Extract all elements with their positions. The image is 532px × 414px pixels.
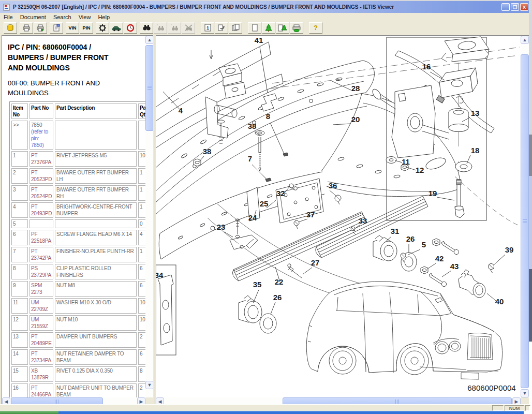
status-num: NUM [505, 405, 524, 411]
menu-help[interactable]: Help [94, 13, 113, 21]
leader-line [333, 124, 351, 125]
callout-34[interactable]: 34 [156, 271, 164, 279]
first-page-button[interactable]: 1 [201, 22, 214, 34]
parts-vscrollbar[interactable]: ▲ ▼ [145, 36, 154, 397]
callout-23[interactable]: 23 [217, 223, 226, 231]
parts-scroll-up[interactable]: ▲ [145, 36, 154, 44]
callout-16[interactable]: 16 [422, 62, 431, 71]
settings-button[interactable] [96, 22, 109, 34]
diagram-vscroll-thumb[interactable] [521, 54, 529, 388]
part-row[interactable]: 11UM 22709ZWASHER M10 X 30 O/D10 [11, 298, 145, 314]
callout-38[interactable]: 38 [248, 122, 257, 130]
callout-22[interactable]: 22 [275, 277, 284, 286]
callout-18[interactable]: 18 [471, 146, 480, 155]
part-row[interactable]: 14PT 23734PANUT RETAINER DAMPER TO BEAM6 [11, 349, 145, 365]
leader-line [253, 290, 259, 303]
window-title: P 32150QH 06-2007 [English] / IPC / PIN:… [13, 4, 500, 10]
menu-view[interactable]: View [75, 13, 95, 21]
callout-36[interactable]: 36 [329, 181, 337, 190]
callout-38[interactable]: 38 [203, 147, 212, 156]
panel-splitter[interactable] [153, 35, 155, 405]
vehicle-button[interactable] [110, 22, 123, 34]
menu-search[interactable]: Search [50, 13, 75, 21]
status-cell-1 [492, 405, 504, 411]
print-button[interactable] [20, 22, 33, 34]
callout-13[interactable]: 13 [471, 109, 480, 117]
part-row[interactable]: 7PT 23742PAFINISHER-NO.PLATE PLINTH-RR1 [11, 247, 145, 262]
diagram-scroll-down[interactable]: ▼ [521, 389, 529, 397]
callout-37[interactable]: 37 [306, 210, 315, 219]
callout-35[interactable]: 35 [253, 280, 262, 289]
part-row[interactable]: >>7850 (refer to pin: 7850) [11, 121, 145, 150]
print-current-button[interactable] [290, 22, 303, 34]
callout-41[interactable]: 41 [255, 36, 263, 45]
callout-4[interactable]: 4 [179, 106, 183, 115]
vin-button[interactable]: VIN [66, 22, 79, 34]
part-row[interactable]: 3PT 20524PDB/WARE OUTER FRT BUMPER RH1 [11, 185, 145, 201]
pages-button[interactable] [229, 22, 242, 34]
properties-icon [52, 24, 61, 32]
app-icon [3, 4, 10, 11]
page-toc-button[interactable] [276, 22, 289, 34]
menu-file[interactable]: File [0, 13, 17, 21]
part-row[interactable]: 4PT 20493PDBRIGHTWORK-CENTRE-FRONT BUMPE… [11, 202, 145, 218]
menu-document[interactable]: Document [17, 13, 50, 21]
find-button[interactable] [140, 22, 153, 34]
callout-7[interactable]: 7 [248, 154, 252, 163]
callout-25[interactable]: 25 [260, 199, 269, 208]
properties-button[interactable] [50, 22, 63, 34]
help-button[interactable]: ? [309, 22, 322, 34]
part-row[interactable]: 15XB 13879RRIVET 0.125 DIA X 0.3508 [11, 366, 145, 382]
part-row[interactable]: 1PT 27376PARIVET JETPRESS M510 [11, 151, 145, 167]
callout-31[interactable]: 31 [391, 227, 400, 235]
find-next-button[interactable]: ' [154, 22, 167, 34]
part-row[interactable]: 12UM 21559ZNUT M1010 [11, 315, 145, 331]
diagram-scroll-up[interactable]: ▲ [521, 36, 529, 44]
pin-link[interactable]: (refer to pin: 7850) [31, 129, 48, 148]
callout-26[interactable]: 26 [273, 293, 282, 302]
part-row[interactable]: 2PT 20523PDB/WARE OUTER FRT BUMPER LH1 [11, 168, 145, 184]
leader-line [494, 255, 505, 265]
close-button[interactable]: X [520, 3, 528, 11]
restore-button[interactable]: ❐ [511, 3, 519, 11]
print-document-button[interactable] [34, 22, 47, 34]
callout-12[interactable]: 12 [416, 166, 424, 174]
title-bar[interactable]: P 32150QH 06-2007 [English] / IPC / PIN:… [0, 1, 529, 13]
callout-33[interactable]: 33 [359, 216, 367, 225]
callout-8[interactable]: 8 [266, 112, 270, 121]
callout-43[interactable]: 43 [450, 262, 459, 271]
callout-11[interactable]: 11 [402, 157, 410, 166]
find-prev-button[interactable]: ' [168, 22, 181, 34]
callout-20[interactable]: 20 [351, 115, 360, 124]
part-row[interactable]: 13PT 20489PEDAMPER UNIT BUMPERS2 [11, 332, 145, 348]
diagram-svg: 4116284133882018111238197363225372423343… [156, 36, 521, 397]
part-row[interactable]: 50 [11, 219, 145, 228]
callout-32[interactable]: 32 [276, 189, 285, 198]
parts-vscroll-thumb[interactable] [145, 45, 154, 131]
toc-button[interactable] [262, 22, 275, 34]
callout-42[interactable]: 42 [435, 254, 444, 263]
callout-19[interactable]: 19 [428, 189, 437, 198]
find-cancel-button[interactable] [182, 22, 195, 34]
new-page-button[interactable] [248, 22, 261, 34]
minimize-button[interactable]: _ [501, 3, 510, 11]
pin-button[interactable]: PIN [80, 22, 93, 34]
callout-5[interactable]: 5 [422, 240, 426, 249]
start-button[interactable] [0, 411, 58, 414]
callout-27[interactable]: 27 [311, 258, 320, 267]
page-icon [251, 24, 259, 32]
open-publication-button[interactable] [4, 22, 17, 34]
callout-24[interactable]: 24 [248, 213, 257, 222]
diagram-vscrollbar[interactable]: ▲ ▼ [521, 36, 529, 397]
callout-40[interactable]: 40 [495, 297, 504, 306]
part-row[interactable]: 9SPM 2273NUT M86 [11, 281, 145, 297]
part-row[interactable]: 6PF 22518PASCREW FLANGE HEAD M6 X 144 [11, 230, 145, 245]
part-row[interactable]: 16PT 24466PANUT DAMPER UNIT TO BUMPER BE… [11, 383, 145, 397]
history-button[interactable] [124, 22, 137, 34]
callout-39[interactable]: 39 [505, 245, 514, 254]
back-page-button[interactable] [215, 22, 228, 34]
parts-scroll-down[interactable]: ▼ [145, 381, 154, 389]
callout-28[interactable]: 28 [351, 84, 360, 93]
callout-26[interactable]: 26 [406, 234, 415, 243]
part-row[interactable]: 8PS 23729PACLIP PLASTIC ROLLED FINISHERS… [11, 264, 145, 279]
